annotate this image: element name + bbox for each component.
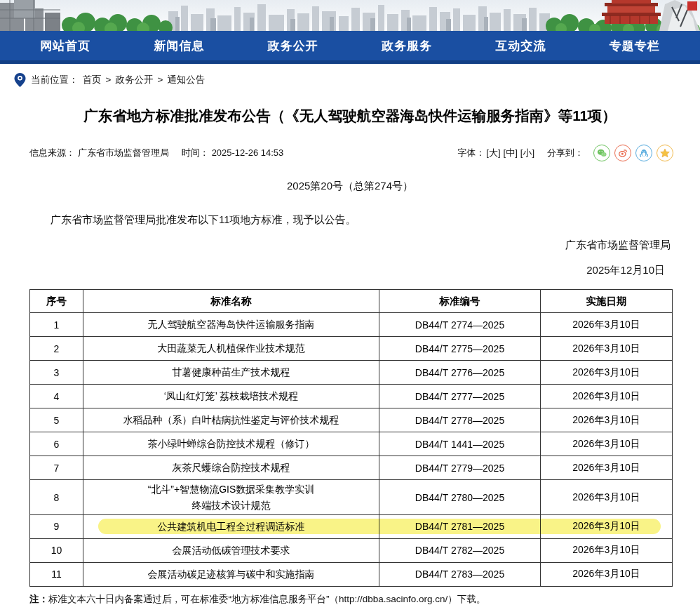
column-header: 标准名称 [83, 290, 379, 313]
article-meta: 信息来源：广东省市场监督管理局 时间：2025-12-26 14:53 [29, 147, 286, 159]
cell-code: DB44/T 2780—2025 [379, 480, 541, 515]
table-row: 6茶小绿叶蝉综合防控技术规程（修订）DB44/T 1441—20252026年3… [30, 432, 673, 456]
nav-item-5[interactable]: 互动交流 [495, 38, 546, 54]
cell-date: 2026年3月10日 [541, 538, 673, 562]
table-row: 4‘凤山红灯笼’ 荔枝栽培技术规程DB44/T 2777—20252026年3月… [30, 385, 673, 408]
breadcrumb-separator: > [106, 74, 112, 85]
nav-item-4[interactable]: 政务服务 [382, 38, 432, 54]
cell-name: 会展活动低碳管理技术要求 [83, 538, 379, 562]
cell-date: 2026年3月10日 [541, 313, 673, 337]
breadcrumb-link-1[interactable]: 首页 [83, 74, 102, 85]
table-row: 9公共建筑机电工程全过程调适标准DB44/T 2781—20252026年3月1… [30, 514, 673, 538]
standards-table-wrap: 序号标准名称标准编号实施日期 1无人驾驶航空器海岛快件运输服务指南DB44/T … [29, 289, 672, 587]
document-number: 2025第20号（总第274号） [0, 180, 700, 193]
cell-no: 9 [30, 514, 83, 538]
cell-no: 2 [30, 337, 83, 361]
source-label: 信息来源： [29, 147, 75, 158]
cell-name: 大田蔬菜无人机植保作业技术规范 [83, 337, 379, 361]
cell-date: 2026年3月10日 [541, 361, 673, 385]
cell-no: 6 [30, 432, 83, 456]
standards-table: 序号标准名称标准编号实施日期 1无人驾驶航空器海岛快件运输服务指南DB44/T … [29, 289, 673, 587]
source-value: 广东省市场监督管理局 [78, 147, 169, 158]
cell-no: 3 [30, 361, 83, 385]
page: 网站首页新闻信息政务公开政务服务互动交流专题专栏 当前位置： 首页>政务公开>通… [0, 0, 700, 605]
breadcrumb-label: 当前位置： [31, 74, 79, 86]
cell-no: 8 [30, 480, 83, 515]
announcement-body: 广东省市场监督管理局批准发布以下11项地方标准，现予以公告。 [29, 212, 668, 228]
cell-date: 2026年3月10日 [541, 385, 673, 408]
time-value: 2025-12-26 14:53 [212, 147, 284, 158]
cell-name: 灰茶尺蠖综合防控技术规程 [83, 456, 379, 480]
column-header: 标准编号 [379, 290, 541, 313]
meta-tools: 字体： [大] [中] [小] 分享到： [457, 145, 673, 161]
cell-date: 2026年3月10日 [541, 514, 673, 538]
table-row: 1无人驾驶航空器海岛快件运输服务指南DB44/T 2774—20252026年3… [30, 313, 673, 337]
table-header-row: 序号标准名称标准编号实施日期 [30, 290, 673, 313]
cell-no: 10 [30, 538, 83, 562]
font-size-label: 字体： [457, 147, 485, 159]
city-skyline-banner-image [0, 0, 700, 31]
column-header: 序号 [30, 290, 83, 313]
cell-code: DB44/T 2781—2025 [379, 514, 541, 538]
table-row: 2大田蔬菜无人机植保作业技术规范DB44/T 2775—20252026年3月1… [30, 337, 673, 361]
nav-item-2[interactable]: 新闻信息 [154, 38, 204, 54]
cell-date: 2026年3月10日 [541, 480, 673, 515]
cell-code: DB44/T 2782—2025 [379, 538, 541, 562]
cell-code: DB44/T 2778—2025 [379, 408, 541, 432]
cell-name: 甘薯健康种苗生产技术规程 [83, 361, 379, 385]
table-row: 8“北斗”+智慧物流GIS数据采集教学实训 终端技术设计规范DB44/T 278… [30, 480, 673, 515]
cell-name: 会展活动碳足迹核算与碳中和实施指南 [83, 562, 379, 586]
cell-no: 11 [30, 562, 83, 586]
table-row: 7灰茶尺蠖综合防控技术规程DB44/T 2779—20252026年3月10日 [30, 456, 673, 480]
cell-no: 7 [30, 456, 83, 480]
breadcrumb-separator: > [157, 74, 163, 85]
footnote: 注：标准文本六十日内备案通过后，可在标准委“地方标准信息服务平台”（http:/… [29, 593, 671, 605]
location-pin-icon [14, 73, 26, 87]
favorite-star-icon[interactable] [657, 145, 673, 161]
qq-share-icon[interactable] [635, 145, 652, 161]
page-title: 广东省地方标准批准发布公告（《无人驾驶航空器海岛快件运输服务指南》等11项） [28, 106, 672, 126]
signature-date: 2025年12月10日 [0, 264, 700, 277]
cell-code: DB44/T 2777—2025 [379, 385, 541, 408]
cell-name: “北斗”+智慧物流GIS数据采集教学实训 终端技术设计规范 [83, 480, 379, 515]
signature-org: 广东省市场监督管理局 [0, 239, 700, 252]
table-row: 10会展活动低碳管理技术要求DB44/T 2782—20252026年3月10日 [30, 538, 673, 562]
cell-name: ‘凤山红灯笼’ 荔枝栽培技术规程 [83, 385, 379, 408]
cell-date: 2026年3月10日 [541, 456, 673, 480]
seal-mark [687, 1, 697, 11]
wechat-share-icon[interactable] [593, 145, 610, 161]
font-size-small-button[interactable]: [小] [520, 147, 534, 159]
cell-name: 公共建筑机电工程全过程调适标准 [83, 514, 379, 538]
cell-code: DB44/T 1441—2025 [379, 432, 541, 456]
cell-no: 4 [30, 385, 83, 408]
nav-item-6[interactable]: 专题专栏 [610, 38, 660, 54]
font-size-large-button[interactable]: [大] [486, 147, 500, 159]
weibo-share-icon[interactable] [614, 145, 631, 161]
breadcrumb-link-2[interactable]: 政务公开 [115, 74, 153, 85]
cell-date: 2026年3月10日 [541, 562, 673, 586]
font-size-medium-button[interactable]: [中] [504, 147, 518, 159]
meta-row: 信息来源：广东省市场监督管理局 时间：2025-12-26 14:53 字体： … [29, 145, 673, 161]
share-label: 分享到： [547, 147, 584, 159]
nav-item-3[interactable]: 政务公开 [268, 38, 318, 54]
cell-code: DB44/T 2779—2025 [379, 456, 541, 480]
table-row: 3甘薯健康种苗生产技术规程DB44/T 2776—20252026年3月10日 [30, 361, 673, 385]
cell-no: 1 [30, 313, 83, 337]
footnote-label: 注： [29, 594, 48, 604]
footnote-text: 标准文本六十日内备案通过后，可在标准委“地方标准信息服务平台”（http://d… [48, 594, 485, 604]
nav-item-1[interactable]: 网站首页 [40, 38, 90, 54]
table-row: 5水稻品种（系）白叶枯病抗性鉴定与评价技术规程DB44/T 2778—20252… [30, 408, 673, 432]
breadcrumb-links: 首页>政务公开>通知公告 [83, 74, 206, 86]
cell-code: DB44/T 2774—2025 [379, 313, 541, 337]
breadcrumb: 当前位置： 首页>政务公开>通知公告 [14, 73, 700, 87]
main-nav: 网站首页新闻信息政务公开政务服务互动交流专题专栏 [0, 31, 700, 60]
cell-name: 茶小绿叶蝉综合防控技术规程（修订） [83, 432, 379, 456]
cell-name: 水稻品种（系）白叶枯病抗性鉴定与评价技术规程 [83, 408, 379, 432]
column-header: 实施日期 [541, 290, 673, 313]
nav-bottom-strip [0, 60, 700, 64]
cell-code: DB44/T 2776—2025 [379, 361, 541, 385]
cell-date: 2026年3月10日 [541, 337, 673, 361]
cell-code: DB44/T 2775—2025 [379, 337, 541, 361]
time-label: 时间： [182, 147, 209, 158]
breadcrumb-link-3[interactable]: 通知公告 [167, 74, 205, 85]
